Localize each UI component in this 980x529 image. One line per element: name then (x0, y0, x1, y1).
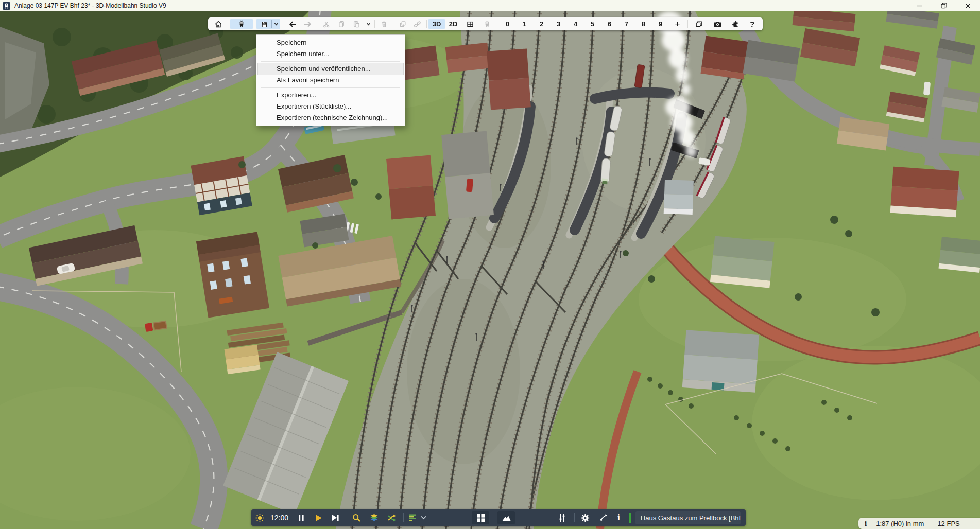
layers-button[interactable] (370, 514, 379, 522)
paste-menu-chevron[interactable] (364, 19, 373, 29)
menu-item-speichern-und-veroeffentlichen[interactable]: Speichern und veröffentlichen... (258, 63, 403, 75)
play-button[interactable] (316, 515, 322, 521)
copy-button[interactable] (334, 19, 349, 29)
layer-button-1[interactable]: 1 (516, 19, 533, 29)
paste-button[interactable] (349, 19, 364, 29)
catalog-grid-button[interactable] (472, 511, 489, 524)
layer-button-3[interactable]: 3 (550, 19, 567, 29)
delete-button[interactable] (376, 19, 391, 29)
toolbar-separator (393, 20, 393, 28)
model-railway-scene (0, 11, 980, 529)
toolbar-separator (687, 20, 688, 28)
menu-item-exportieren-stueckliste[interactable]: Exportieren (Stückliste)... (258, 101, 403, 112)
menu-separator (261, 87, 400, 88)
layer-button-2[interactable]: 2 (533, 19, 550, 29)
bottombar-separator (574, 513, 575, 522)
pause-button[interactable] (299, 515, 304, 521)
app-icon (3, 2, 10, 10)
move-path-button[interactable] (599, 514, 608, 522)
view-3d-button[interactable]: 3D (428, 19, 445, 29)
layer-button-6[interactable]: 6 (601, 19, 618, 29)
object-info-button[interactable]: i (617, 513, 620, 523)
window-title: Anlage 03 147P EV Bhf 23* - 3D-Modellbah… (14, 2, 166, 9)
list-chevron-icon[interactable] (421, 516, 426, 520)
view-2d-button[interactable]: 2D (445, 19, 461, 29)
save-dropdown-menu: Speichern Speichern unter... Speichern u… (256, 34, 405, 126)
menu-separator (261, 61, 400, 62)
settings-gear-button[interactable] (581, 514, 590, 522)
duplicate-view-button[interactable] (690, 19, 708, 29)
toolbar-separator (374, 20, 375, 28)
toolbar-separator (317, 20, 317, 28)
save-split-button (256, 19, 280, 29)
daylight-sun-icon[interactable] (255, 514, 264, 522)
skip-forward-button[interactable] (332, 515, 339, 521)
layer-button-8[interactable]: 8 (635, 19, 652, 29)
layer-button-4[interactable]: 4 (567, 19, 584, 29)
viewport-3d-scene[interactable] (0, 11, 980, 529)
menu-item-exportieren-technische-zeichnung[interactable]: Exportieren (technische Zeichnung)... (258, 112, 403, 124)
undo-back-button[interactable] (285, 19, 300, 29)
home-button[interactable] (211, 19, 226, 29)
menu-item-exportieren[interactable]: Exportieren... (258, 90, 403, 101)
layer-button-9[interactable]: 9 (652, 19, 669, 29)
scale-text: 1:87 (H0) in mm (876, 520, 924, 527)
bottom-toolbar: 12:00 (251, 509, 746, 526)
shuffle-button[interactable] (387, 514, 396, 522)
selection-label-panel[interactable]: Haus Gastaus zum Prellbock [Bhf 2 (635, 511, 741, 524)
fps-text: 12 FPS (937, 520, 959, 527)
add-layer-button[interactable]: + (669, 19, 686, 29)
toolbar-separator (426, 20, 427, 28)
redo-forward-button[interactable] (300, 19, 315, 29)
titlebar: Anlage 03 147P EV Bhf 23* - 3D-Modellbah… (0, 0, 980, 11)
grid-window-button[interactable] (461, 19, 478, 29)
main-toolbar: 3D 2D 0 1 2 3 4 5 6 7 8 9 + ? (208, 17, 763, 30)
status-bar: i 1:87 (H0) in mm 12 FPS (858, 518, 980, 529)
status-info-icon[interactable]: i (865, 519, 867, 528)
application-window: Anlage 03 147P EV Bhf 23* - 3D-Modellbah… (0, 0, 980, 529)
plugins-puzzle-button[interactable] (727, 19, 744, 29)
menu-item-speichern[interactable]: Speichern (258, 37, 403, 48)
menu-item-als-favorit-speichern[interactable]: Als Favorit speichern (258, 75, 403, 86)
save-menu-chevron[interactable] (272, 19, 280, 29)
close-button[interactable] (956, 0, 980, 11)
group-button[interactable] (395, 19, 410, 29)
selection-indicator (629, 513, 631, 523)
simulation-time[interactable]: 12:00 (270, 514, 288, 522)
minimize-button[interactable] (907, 0, 932, 11)
maximize-button[interactable] (932, 0, 956, 11)
layer-button-0[interactable]: 0 (499, 19, 516, 29)
layer-button-5[interactable]: 5 (584, 19, 601, 29)
selection-label: Haus Gastaus zum Prellbock [Bhf 2 (641, 514, 741, 522)
menu-item-speichern-unter[interactable]: Speichern unter... (258, 48, 403, 60)
camera-button[interactable] (708, 19, 727, 29)
track-list-button[interactable] (409, 514, 416, 521)
gable-house (196, 232, 269, 318)
toolbar-separator (497, 20, 497, 28)
zoom-search-button[interactable] (352, 514, 360, 522)
filter-sliders-button[interactable] (558, 514, 566, 522)
link-button[interactable] (410, 19, 425, 29)
cut-button[interactable] (319, 19, 334, 29)
bottombar-separator (403, 513, 404, 522)
save-button[interactable] (256, 19, 271, 29)
layer-button-7[interactable]: 7 (618, 19, 635, 29)
terrain-button[interactable] (497, 511, 515, 524)
train-catalog-button[interactable] (230, 19, 253, 29)
help-button[interactable]: ? (744, 19, 760, 29)
train-visibility-button[interactable] (478, 19, 495, 29)
